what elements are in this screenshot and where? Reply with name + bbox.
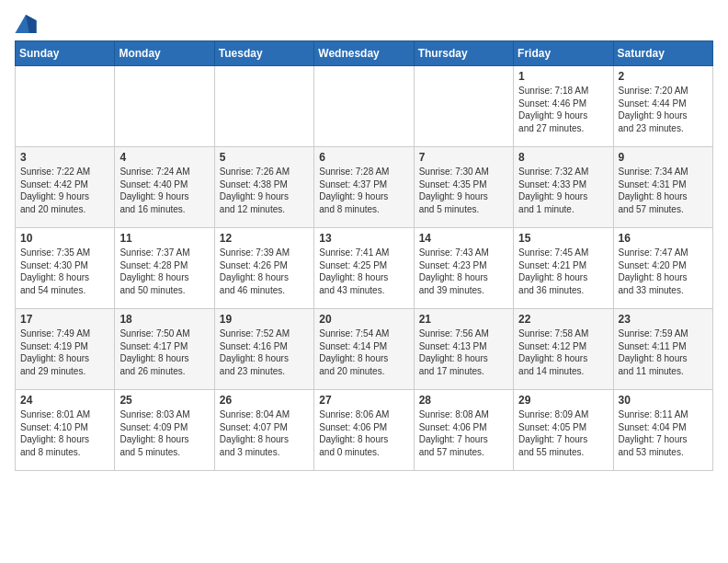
calendar-cell: 29Sunrise: 8:09 AMSunset: 4:05 PMDayligh… — [514, 390, 613, 471]
calendar-week-1: 1Sunrise: 7:18 AMSunset: 4:46 PMDaylight… — [16, 66, 713, 147]
calendar-cell: 9Sunrise: 7:34 AMSunset: 4:31 PMDaylight… — [613, 147, 712, 228]
day-number: 30 — [619, 394, 708, 407]
calendar-cell: 1Sunrise: 7:18 AMSunset: 4:46 PMDaylight… — [514, 66, 613, 147]
calendar-cell — [115, 66, 214, 147]
day-info: Sunrise: 7:56 AMSunset: 4:13 PMDaylight:… — [419, 327, 508, 377]
day-number: 23 — [619, 313, 708, 326]
day-info: Sunrise: 7:18 AMSunset: 4:46 PMDaylight:… — [518, 85, 608, 134]
calendar-cell: 3Sunrise: 7:22 AMSunset: 4:42 PMDaylight… — [16, 147, 115, 228]
calendar-cell: 15Sunrise: 7:45 AMSunset: 4:21 PMDayligh… — [514, 228, 613, 309]
day-info: Sunrise: 7:26 AMSunset: 4:38 PMDaylight:… — [220, 166, 309, 215]
header-row: Sunday Monday Tuesday Wednesday Thursday… — [16, 41, 713, 66]
day-number: 29 — [518, 394, 608, 407]
day-info: Sunrise: 7:52 AMSunset: 4:16 PMDaylight:… — [220, 327, 309, 377]
day-number: 25 — [119, 394, 209, 407]
calendar-cell: 6Sunrise: 7:28 AMSunset: 4:37 PMDaylight… — [314, 147, 414, 228]
col-saturday: Saturday — [613, 41, 712, 66]
calendar-cell: 21Sunrise: 7:56 AMSunset: 4:13 PMDayligh… — [414, 309, 513, 390]
day-number: 28 — [419, 394, 508, 407]
day-number: 2 — [619, 70, 708, 83]
day-number: 16 — [619, 232, 708, 245]
day-number: 24 — [20, 394, 109, 407]
col-thursday: Thursday — [414, 41, 513, 66]
day-number: 14 — [419, 232, 508, 245]
day-info: Sunrise: 7:37 AMSunset: 4:28 PMDaylight:… — [119, 247, 209, 296]
calendar-cell: 14Sunrise: 7:43 AMSunset: 4:23 PMDayligh… — [414, 228, 513, 309]
calendar-cell: 27Sunrise: 8:06 AMSunset: 4:06 PMDayligh… — [314, 390, 414, 471]
calendar-cell: 26Sunrise: 8:04 AMSunset: 4:07 PMDayligh… — [214, 390, 313, 471]
day-info: Sunrise: 7:34 AMSunset: 4:31 PMDaylight:… — [619, 166, 708, 215]
day-info: Sunrise: 7:49 AMSunset: 4:19 PMDaylight:… — [20, 327, 109, 377]
col-monday: Monday — [115, 41, 214, 66]
col-friday: Friday — [514, 41, 613, 66]
day-number: 20 — [319, 313, 408, 326]
day-info: Sunrise: 7:28 AMSunset: 4:37 PMDaylight:… — [319, 166, 408, 215]
calendar-cell: 2Sunrise: 7:20 AMSunset: 4:44 PMDaylight… — [613, 66, 712, 147]
calendar-cell: 13Sunrise: 7:41 AMSunset: 4:25 PMDayligh… — [314, 228, 414, 309]
day-info: Sunrise: 7:45 AMSunset: 4:21 PMDaylight:… — [518, 247, 608, 296]
day-info: Sunrise: 8:03 AMSunset: 4:09 PMDaylight:… — [119, 408, 209, 458]
calendar-week-4: 17Sunrise: 7:49 AMSunset: 4:19 PMDayligh… — [16, 309, 713, 390]
calendar-cell — [214, 66, 313, 147]
day-info: Sunrise: 8:09 AMSunset: 4:05 PMDaylight:… — [518, 408, 608, 458]
day-info: Sunrise: 7:50 AMSunset: 4:17 PMDaylight:… — [119, 327, 209, 377]
day-number: 1 — [518, 70, 608, 83]
logo-icon — [15, 15, 37, 33]
day-number: 18 — [119, 313, 209, 326]
day-number: 6 — [319, 151, 408, 164]
day-number: 19 — [220, 313, 309, 326]
day-number: 10 — [20, 232, 109, 245]
calendar-cell: 20Sunrise: 7:54 AMSunset: 4:14 PMDayligh… — [314, 309, 414, 390]
day-number: 5 — [220, 151, 309, 164]
day-info: Sunrise: 7:24 AMSunset: 4:40 PMDaylight:… — [119, 166, 209, 215]
calendar-cell — [16, 66, 115, 147]
calendar-week-3: 10Sunrise: 7:35 AMSunset: 4:30 PMDayligh… — [16, 228, 713, 309]
calendar-cell: 25Sunrise: 8:03 AMSunset: 4:09 PMDayligh… — [115, 390, 214, 471]
calendar-table: Sunday Monday Tuesday Wednesday Thursday… — [15, 40, 713, 471]
day-number: 26 — [220, 394, 309, 407]
calendar-week-2: 3Sunrise: 7:22 AMSunset: 4:42 PMDaylight… — [16, 147, 713, 228]
day-info: Sunrise: 8:08 AMSunset: 4:06 PMDaylight:… — [419, 408, 508, 458]
calendar-cell: 28Sunrise: 8:08 AMSunset: 4:06 PMDayligh… — [414, 390, 513, 471]
col-sunday: Sunday — [16, 41, 115, 66]
day-info: Sunrise: 7:30 AMSunset: 4:35 PMDaylight:… — [419, 166, 508, 215]
page-header — [15, 15, 713, 33]
day-number: 9 — [619, 151, 708, 164]
day-info: Sunrise: 7:22 AMSunset: 4:42 PMDaylight:… — [20, 166, 109, 215]
calendar-cell: 5Sunrise: 7:26 AMSunset: 4:38 PMDaylight… — [214, 147, 313, 228]
col-wednesday: Wednesday — [314, 41, 414, 66]
day-number: 27 — [319, 394, 408, 407]
col-tuesday: Tuesday — [214, 41, 313, 66]
calendar-cell — [414, 66, 513, 147]
day-info: Sunrise: 8:01 AMSunset: 4:10 PMDaylight:… — [20, 408, 109, 458]
day-number: 13 — [319, 232, 408, 245]
calendar-cell: 24Sunrise: 8:01 AMSunset: 4:10 PMDayligh… — [16, 390, 115, 471]
calendar-cell: 7Sunrise: 7:30 AMSunset: 4:35 PMDaylight… — [414, 147, 513, 228]
calendar-cell — [314, 66, 414, 147]
day-info: Sunrise: 7:41 AMSunset: 4:25 PMDaylight:… — [319, 247, 408, 296]
day-info: Sunrise: 8:04 AMSunset: 4:07 PMDaylight:… — [220, 408, 309, 458]
day-number: 3 — [20, 151, 109, 164]
calendar-header: Sunday Monday Tuesday Wednesday Thursday… — [16, 41, 713, 66]
day-number: 4 — [119, 151, 209, 164]
day-number: 7 — [419, 151, 508, 164]
calendar-cell: 19Sunrise: 7:52 AMSunset: 4:16 PMDayligh… — [214, 309, 313, 390]
day-number: 22 — [518, 313, 608, 326]
calendar-cell: 18Sunrise: 7:50 AMSunset: 4:17 PMDayligh… — [115, 309, 214, 390]
calendar-cell: 12Sunrise: 7:39 AMSunset: 4:26 PMDayligh… — [214, 228, 313, 309]
day-info: Sunrise: 7:32 AMSunset: 4:33 PMDaylight:… — [518, 166, 608, 215]
day-number: 12 — [220, 232, 309, 245]
calendar-cell: 11Sunrise: 7:37 AMSunset: 4:28 PMDayligh… — [115, 228, 214, 309]
day-info: Sunrise: 8:11 AMSunset: 4:04 PMDaylight:… — [619, 408, 708, 458]
day-number: 17 — [20, 313, 109, 326]
calendar-cell: 16Sunrise: 7:47 AMSunset: 4:20 PMDayligh… — [613, 228, 712, 309]
calendar-cell: 8Sunrise: 7:32 AMSunset: 4:33 PMDaylight… — [514, 147, 613, 228]
calendar-week-5: 24Sunrise: 8:01 AMSunset: 4:10 PMDayligh… — [16, 390, 713, 471]
calendar-cell: 4Sunrise: 7:24 AMSunset: 4:40 PMDaylight… — [115, 147, 214, 228]
day-info: Sunrise: 8:06 AMSunset: 4:06 PMDaylight:… — [319, 408, 408, 458]
day-number: 11 — [119, 232, 209, 245]
day-info: Sunrise: 7:54 AMSunset: 4:14 PMDaylight:… — [319, 327, 408, 377]
day-number: 15 — [518, 232, 608, 245]
day-info: Sunrise: 7:47 AMSunset: 4:20 PMDaylight:… — [619, 247, 708, 296]
calendar-body: 1Sunrise: 7:18 AMSunset: 4:46 PMDaylight… — [16, 66, 713, 471]
